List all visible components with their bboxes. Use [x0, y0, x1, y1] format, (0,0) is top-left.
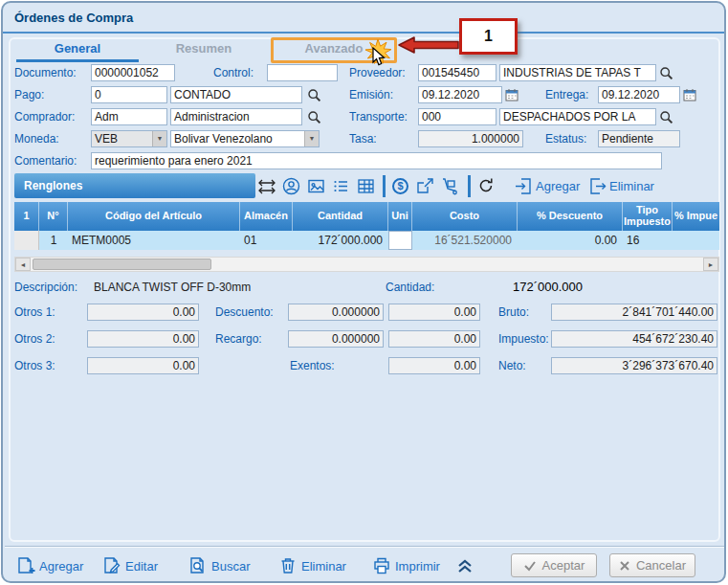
pago-label: Pago: — [14, 88, 44, 101]
add-document-icon[interactable] — [16, 556, 35, 575]
chevron-down-icon[interactable]: ▼ — [152, 131, 166, 146]
tab-resumen[interactable]: Resumen — [143, 41, 265, 60]
callout-step-number: 1 — [459, 18, 518, 55]
aceptar-button[interactable]: Aceptar — [511, 553, 597, 577]
row-selector-cell[interactable] — [14, 231, 39, 250]
emision-input[interactable]: 09.12.2020 — [418, 86, 502, 103]
column-header-cantidad[interactable]: Cantidad — [293, 202, 388, 231]
comentario-label: Comentario: — [14, 154, 77, 168]
transporte-label: Transporte: — [349, 110, 408, 124]
check-icon — [523, 560, 537, 572]
impuesto-label: Impuesto: — [498, 332, 549, 346]
cancelar-button[interactable]: Cancelar — [609, 553, 695, 577]
collapse-chevrons-icon[interactable] — [454, 558, 475, 574]
add-row-icon[interactable] — [515, 177, 533, 195]
otros2-input[interactable]: 0.00 — [87, 330, 199, 348]
screenshot-stage: Órdenes de Compra General Resumen Avanza… — [0, 0, 728, 585]
scroll-right-button[interactable]: ► — [703, 258, 718, 271]
eliminar-button[interactable]: Eliminar — [301, 559, 346, 574]
column-header-costo[interactable]: Costo — [412, 202, 518, 231]
refresh-icon[interactable] — [477, 177, 495, 194]
callout-arrow-icon — [398, 35, 459, 55]
comprador-search-icon[interactable] — [307, 110, 321, 124]
title-divider — [3, 32, 724, 34]
column-header-descuento[interactable]: % Descuento — [518, 202, 623, 231]
otros3-input[interactable]: 0.00 — [87, 357, 199, 374]
transporte-name-input[interactable]: DESPACHADOS POR LA — [499, 108, 656, 125]
descuento-pct-input[interactable]: 0.000000 — [288, 304, 384, 321]
cell-numero: 1 — [39, 231, 68, 250]
cell-costo: 16´521.520000 — [412, 231, 518, 250]
impuesto-input[interactable]: 454´672´230.40 — [551, 330, 717, 348]
delete-row-icon[interactable] — [588, 177, 607, 195]
scroll-left-button[interactable]: ◄ — [15, 258, 31, 271]
entrega-input[interactable]: 09.12.2020 — [598, 86, 680, 103]
export-icon[interactable] — [416, 177, 434, 195]
proveedor-search-icon[interactable] — [659, 66, 673, 80]
horizontal-scrollbar[interactable]: ◄ ► — [14, 257, 719, 272]
comprador-name-input[interactable]: Administracion — [170, 108, 302, 125]
toolbar-separator — [383, 175, 386, 197]
moneda-name-select[interactable]: Bolivar Venezolano ▼ — [170, 130, 320, 147]
cell-pct-impuesto — [673, 231, 719, 250]
column-header-codigo[interactable]: Código del Artículo — [68, 202, 240, 231]
cell-codigo: METM0005 — [68, 231, 240, 250]
editar-button[interactable]: Editar — [125, 559, 158, 574]
column-header-numero[interactable]: N° — [39, 202, 68, 231]
pago-code-input[interactable]: 0 — [91, 86, 167, 103]
agregar-button[interactable]: Agregar — [39, 559, 83, 574]
otros2-label: Otros 2: — [14, 332, 55, 346]
trash-icon[interactable] — [278, 556, 298, 575]
handtruck-icon[interactable] — [441, 177, 459, 195]
recargo-pct-input[interactable]: 0.000000 — [288, 330, 384, 348]
otros1-input[interactable]: 0.00 — [87, 304, 199, 321]
moneda-code-select[interactable]: VEB ▼ — [91, 130, 167, 147]
exentos-input[interactable]: 0.00 — [388, 357, 480, 374]
transporte-search-icon[interactable] — [659, 110, 673, 124]
estatus-input[interactable]: Pendiente — [598, 130, 680, 147]
mouse-cursor-icon — [371, 47, 386, 67]
entrega-calendar-icon[interactable] — [683, 88, 696, 101]
grid-icon[interactable] — [357, 177, 375, 195]
fit-columns-icon[interactable] — [257, 177, 276, 196]
tasa-input[interactable]: 1.000000 — [418, 130, 523, 147]
cantidad-label: Cantidad: — [386, 281, 434, 294]
pago-search-icon[interactable] — [307, 88, 321, 102]
printer-icon[interactable] — [372, 556, 391, 575]
column-header-tipo-impuesto[interactable]: Tipo Impuesto — [623, 202, 673, 231]
neto-input[interactable]: 3´296´373´670.40 — [551, 357, 717, 374]
proveedor-code-input[interactable]: 001545450 — [418, 64, 496, 81]
renglones-header: Renglones — [14, 173, 255, 198]
search-document-icon[interactable] — [188, 556, 208, 575]
emision-calendar-icon[interactable] — [505, 88, 518, 101]
buscar-button[interactable]: Buscar — [211, 559, 250, 574]
edit-document-icon[interactable] — [102, 556, 121, 575]
control-input[interactable] — [267, 64, 338, 81]
table-row[interactable]: 1 METM0005 01 172´000.000 16´521.520000 … — [14, 231, 719, 250]
documento-input[interactable]: 0000001052 — [91, 64, 175, 81]
proveedor-name-input[interactable]: INDUSTRIAS DE TAPAS T — [499, 64, 656, 81]
add-row-button[interactable]: Agregar — [536, 179, 580, 193]
comentario-input[interactable]: requerimiento para enero 2021 — [91, 152, 662, 169]
column-header-almacen[interactable]: Almacén — [240, 202, 293, 231]
price-icon[interactable]: $ — [392, 178, 408, 194]
supplier-contact-icon[interactable] — [282, 177, 300, 195]
delete-row-button[interactable]: Eliminar — [609, 179, 654, 193]
column-header-selector[interactable]: 1 — [14, 202, 39, 231]
descuento-monto-input[interactable]: 0.00 — [388, 304, 480, 321]
column-header-pct-impuesto[interactable]: % Impue — [673, 202, 719, 231]
moneda-label: Moneda: — [14, 132, 59, 146]
recargo-monto-input[interactable]: 0.00 — [388, 330, 480, 348]
scrollbar-thumb[interactable] — [33, 259, 211, 270]
chevron-down-icon[interactable]: ▼ — [304, 131, 319, 146]
imprimir-button[interactable]: Imprimir — [395, 559, 440, 574]
column-header-uni[interactable]: Uni — [388, 202, 412, 231]
tab-general[interactable]: General — [16, 41, 139, 60]
comprador-code-input[interactable]: Adm — [91, 108, 167, 125]
transporte-code-input[interactable]: 000 — [418, 108, 496, 125]
emision-label: Emisión: — [349, 88, 393, 101]
image-icon[interactable] — [307, 177, 325, 195]
list-icon[interactable] — [332, 177, 350, 195]
bruto-input[interactable]: 2´841´701´440.00 — [551, 304, 717, 321]
pago-name-input[interactable]: CONTADO — [170, 86, 302, 103]
